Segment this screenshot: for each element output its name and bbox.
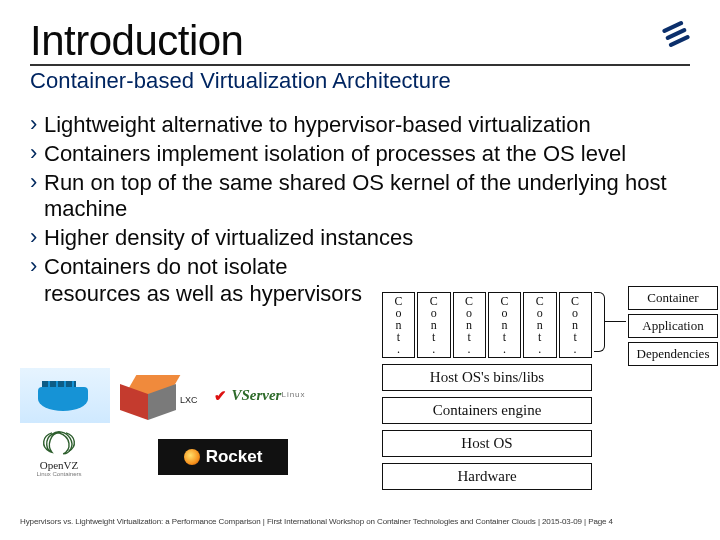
diagram-box: Hardware bbox=[382, 463, 592, 490]
page-title: Introduction bbox=[30, 20, 690, 66]
docker-logo bbox=[20, 368, 110, 423]
bracket-icon bbox=[594, 292, 605, 352]
containers-row: Cont.Cont.Cont.Cont.Cont.Cont. bbox=[382, 292, 592, 358]
openvz-label: OpenVZ bbox=[20, 459, 98, 471]
footer-page: Page 4 bbox=[588, 517, 613, 526]
diagram-box: Containers engine bbox=[382, 397, 592, 424]
lxc-label: LXC bbox=[180, 395, 198, 405]
container-cell: Cont. bbox=[417, 292, 450, 358]
lxc-logo: LXC bbox=[120, 371, 190, 421]
side-box-application: Application bbox=[628, 314, 718, 338]
side-box-dependencies: Dependencies bbox=[628, 342, 718, 366]
bullet-item: Lightweight alternative to hypervisor-ba… bbox=[30, 112, 684, 139]
vserver-logo: VServer Linux bbox=[200, 379, 320, 413]
diagram-box: Host OS bbox=[382, 430, 592, 457]
side-box-container: Container bbox=[628, 286, 718, 310]
bullet-item: Run on top of the same shared OS kernel … bbox=[30, 170, 684, 224]
bullet-item: Higher density of virtualized instances bbox=[30, 225, 684, 252]
container-cell: Cont. bbox=[453, 292, 486, 358]
logo-strip: LXC VServer Linux OpenVZ Linux Container… bbox=[20, 368, 380, 488]
connector-line bbox=[604, 321, 626, 322]
rocket-logo: Rocket bbox=[158, 439, 288, 475]
rocket-label: Rocket bbox=[206, 447, 263, 467]
vserver-main: Server bbox=[241, 387, 281, 403]
architecture-diagram: Cont.Cont.Cont.Cont.Cont.Cont. Host OS's… bbox=[382, 292, 702, 490]
ericsson-logo bbox=[662, 20, 690, 48]
openvz-sublabel: Linux Containers bbox=[20, 471, 98, 477]
flame-icon bbox=[184, 449, 200, 465]
footer-date: 2015-03-09 bbox=[542, 517, 582, 526]
container-cell: Cont. bbox=[559, 292, 592, 358]
container-cell: Cont. bbox=[523, 292, 556, 358]
footer-left: Hypervisors vs. Lightweight Virtualizati… bbox=[20, 517, 536, 526]
page-subtitle: Container-based Virtualization Architect… bbox=[30, 68, 690, 94]
bullet-list: Lightweight alternative to hypervisor-ba… bbox=[30, 112, 690, 308]
slide: Introduction Container-based Virtualizat… bbox=[0, 0, 720, 540]
bullet-item: Containers implement isolation of proces… bbox=[30, 141, 684, 168]
vserver-prefix: V bbox=[231, 387, 241, 403]
vserver-small: Linux bbox=[281, 390, 305, 399]
diagram-box: Host OS's bins/libs bbox=[382, 364, 592, 391]
openvz-logo: OpenVZ Linux Containers bbox=[20, 429, 98, 484]
slide-footer: Hypervisors vs. Lightweight Virtualizati… bbox=[20, 517, 700, 526]
container-cell: Cont. bbox=[382, 292, 415, 358]
container-cell: Cont. bbox=[488, 292, 521, 358]
bullet-item: Containers do not isolate resources as w… bbox=[30, 254, 364, 308]
